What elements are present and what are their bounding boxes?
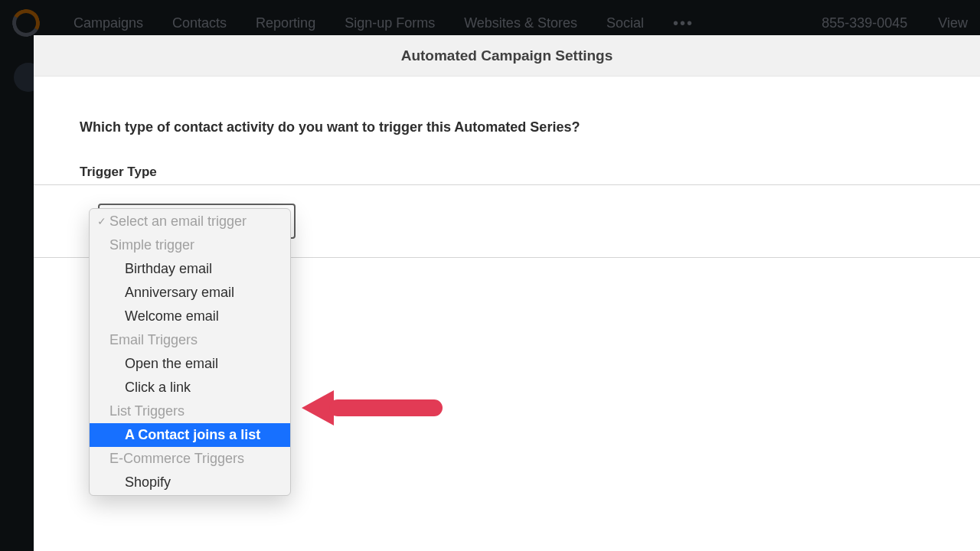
dropdown-group-list: List Triggers — [90, 399, 290, 423]
dropdown-group-ecommerce: E-Commerce Triggers — [90, 447, 290, 471]
dropdown-placeholder-text: Select an email trigger — [109, 211, 247, 232]
dropdown-item-welcome[interactable]: Welcome email — [90, 305, 290, 328]
dropdown-item-contact-joins-list[interactable]: A Contact joins a list — [90, 423, 290, 447]
trigger-dropdown[interactable]: ✓ Select an email trigger Simple trigger… — [89, 208, 291, 496]
modal-title: Automated Campaign Settings — [401, 47, 613, 64]
dropdown-group-simple: Simple trigger — [90, 233, 290, 257]
dropdown-placeholder[interactable]: ✓ Select an email trigger — [90, 210, 290, 233]
trigger-type-label: Trigger Type — [80, 165, 934, 180]
dropdown-item-click-link[interactable]: Click a link — [90, 376, 290, 399]
dropdown-item-shopify[interactable]: Shopify — [90, 471, 290, 494]
dropdown-item-birthday[interactable]: Birthday email — [90, 257, 290, 281]
dropdown-group-email: Email Triggers — [90, 328, 290, 352]
annotation-arrow — [302, 390, 443, 425]
trigger-question: Which type of contact activity do you wa… — [80, 119, 934, 135]
dropdown-item-anniversary[interactable]: Anniversary email — [90, 281, 290, 305]
checkmark-icon: ✓ — [97, 211, 106, 232]
dropdown-item-open-email[interactable]: Open the email — [90, 352, 290, 376]
modal-header: Automated Campaign Settings — [34, 35, 980, 77]
